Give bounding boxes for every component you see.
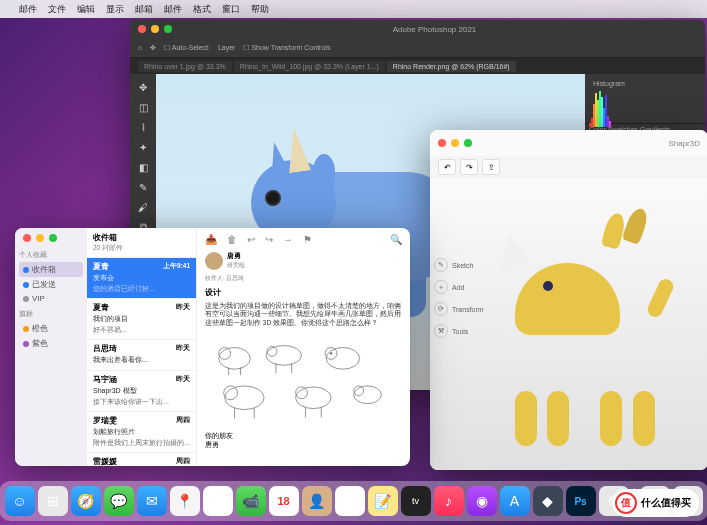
home-icon[interactable]: ⌂ xyxy=(138,44,142,51)
mail-list-item[interactable]: 吕思琦昨天我来出差看看你... xyxy=(87,340,196,371)
minimize-button[interactable] xyxy=(36,234,44,242)
add-tool[interactable]: +Add xyxy=(434,280,484,294)
export-button[interactable]: ⇪ xyxy=(482,159,500,175)
svg-point-10 xyxy=(330,353,332,355)
mail-list-item[interactable]: 夏青昨天我们的项目好不容易... xyxy=(87,299,196,340)
eyedropper-tool-icon[interactable]: ✎ xyxy=(134,178,152,196)
move-tool-icon[interactable]: ✥ xyxy=(150,44,156,52)
wand-tool-icon[interactable]: ✦ xyxy=(134,138,152,156)
sketch-tool[interactable]: ✎Sketch xyxy=(434,258,484,272)
watermark-text: 什么值得买 xyxy=(641,496,691,510)
menu-item[interactable]: 文件 xyxy=(48,3,66,16)
mail-window: 个人收藏 收件箱已发送VIP旗标橙色紫色 收件箱20 封邮件 夏青上午9:41发… xyxy=(15,228,410,466)
undo-button[interactable]: ↶ xyxy=(438,159,456,175)
dock-safari-icon[interactable]: 🧭 xyxy=(71,486,101,516)
archive-icon[interactable]: 📥 xyxy=(205,234,217,245)
menu-item[interactable]: 帮助 xyxy=(251,3,269,16)
layer-dropdown[interactable]: Layer xyxy=(218,44,236,51)
inbox-header: 收件箱20 封邮件 xyxy=(87,228,196,258)
dock-finder-icon[interactable]: ☺ xyxy=(5,486,35,516)
dock-photoshop-icon[interactable]: Ps xyxy=(566,486,596,516)
dock-shapr3d-icon[interactable]: ◆ xyxy=(533,486,563,516)
menu-item[interactable]: 邮箱 xyxy=(135,3,153,16)
dock-calendar-icon[interactable]: 18 xyxy=(269,486,299,516)
dock-music-icon[interactable]: ♪ xyxy=(434,486,464,516)
dock-reminders-icon[interactable]: ☰ xyxy=(335,486,365,516)
mail-list-item[interactable]: 罗瑞雯周四划船旅行照片附件是我们上周末旅行拍摄的... xyxy=(87,412,196,453)
close-button[interactable] xyxy=(138,25,146,33)
shapr3d-model xyxy=(485,193,685,470)
sidebar-item[interactable]: 橙色 xyxy=(19,321,83,336)
minimize-button[interactable] xyxy=(451,139,459,147)
brush-tool-icon[interactable]: 🖌 xyxy=(134,198,152,216)
dock-tv-icon[interactable]: tv xyxy=(401,486,431,516)
redo-button[interactable]: ↷ xyxy=(460,159,478,175)
menu-item[interactable]: 编辑 xyxy=(77,3,95,16)
mail-body: 这是为我们的项目做的设计稿草图，做得不太清楚的地方，咱俩有空可以当面沟通一些细节… xyxy=(205,302,402,327)
svg-point-4 xyxy=(266,346,301,366)
maximize-button[interactable] xyxy=(464,139,472,147)
sidebar-item[interactable]: 紫色 xyxy=(19,336,83,351)
close-button[interactable] xyxy=(23,234,31,242)
mail-signer: 唐勇 xyxy=(205,441,402,450)
close-button[interactable] xyxy=(438,139,446,147)
menu-item[interactable]: 格式 xyxy=(193,3,211,16)
dock-appstore-icon[interactable]: A xyxy=(500,486,530,516)
dock-contacts-icon[interactable]: 👤 xyxy=(302,486,332,516)
move-tool-icon[interactable]: ✥ xyxy=(134,78,152,96)
sender-avatar xyxy=(205,252,223,270)
crop-tool-icon[interactable]: ◧ xyxy=(134,158,152,176)
sidebar-item[interactable]: 收件箱 xyxy=(19,262,83,277)
mail-list-item[interactable]: 马宇涵昨天Shapr3D 模型接下来该给你讲一下出... xyxy=(87,371,196,412)
svg-point-8 xyxy=(326,348,359,370)
mail-subject: 设计 xyxy=(205,287,402,298)
document-tab[interactable]: Rhino over 1.jpg @ 33.3% xyxy=(138,61,232,72)
svg-point-0 xyxy=(219,348,251,370)
transform-tool[interactable]: ⟳Transform xyxy=(434,302,484,316)
shapr3d-titlebar[interactable]: Shapr3D xyxy=(430,130,707,156)
dock-maps-icon[interactable]: 📍 xyxy=(170,486,200,516)
dock-facetime-icon[interactable]: 📹 xyxy=(236,486,266,516)
watermark-icon: 值 xyxy=(615,492,637,514)
flag-icon[interactable]: ⚑ xyxy=(303,234,312,245)
mail-to: 收件人: 吕思琦 xyxy=(205,274,402,283)
watermark: 值 什么值得买 xyxy=(612,489,699,517)
mail-list-item[interactable]: 雷媛媛周四求租我在网上看见你的出租广告了... xyxy=(87,453,196,466)
sidebar-item[interactable]: VIP xyxy=(19,292,83,305)
sidebar-section: 个人收藏 xyxy=(19,250,83,260)
shapr3d-canvas[interactable]: ✎Sketch +Add ⟳Transform ⚒Tools xyxy=(430,178,707,470)
dock-mail-icon[interactable]: ✉ xyxy=(137,486,167,516)
dock-podcasts-icon[interactable]: ◉ xyxy=(467,486,497,516)
document-tab-active[interactable]: Rhino Render.png @ 62% (RGB/16#) xyxy=(387,61,516,72)
maximize-button[interactable] xyxy=(49,234,57,242)
dock-launchpad-icon[interactable]: ⊞ xyxy=(38,486,68,516)
dock-photos-icon[interactable]: ✿ xyxy=(203,486,233,516)
marquee-tool-icon[interactable]: ◫ xyxy=(134,98,152,116)
trash-icon[interactable]: 🗑 xyxy=(227,234,237,245)
histogram-panel[interactable]: Histogram xyxy=(585,74,705,124)
svg-point-11 xyxy=(225,386,264,410)
sidebar-item[interactable]: 已发送 xyxy=(19,277,83,292)
search-icon[interactable]: 🔍 xyxy=(390,234,402,245)
menu-item[interactable]: 邮件 xyxy=(19,3,37,16)
reply-all-icon[interactable]: ↪ xyxy=(265,234,273,245)
maximize-button[interactable] xyxy=(164,25,172,33)
mail-list-item[interactable]: 夏青上午9:41发布会您的酒店已经订好... xyxy=(87,258,196,299)
tools-tool[interactable]: ⚒Tools xyxy=(434,324,484,338)
minimize-button[interactable] xyxy=(151,25,159,33)
dock-notes-icon[interactable]: 📝 xyxy=(368,486,398,516)
document-tabs: Rhino over 1.jpg @ 33.3% Rhino_In_Wild_1… xyxy=(130,58,705,74)
dock-messages-icon[interactable]: 💬 xyxy=(104,486,134,516)
shapr3d-title: Shapr3D xyxy=(472,139,700,148)
document-tab[interactable]: Rhino_In_Wild_100.jpg @ 33.3% (Layer 1..… xyxy=(234,61,385,72)
menu-item[interactable]: 邮件 xyxy=(164,3,182,16)
photoshop-titlebar[interactable]: Adobe Photoshop 2021 xyxy=(130,20,705,38)
shapr3d-window: Shapr3D ↶ ↷ ⇪ ✎Sketch +Add ⟳Transform ⚒T… xyxy=(430,130,707,470)
menu-item[interactable]: 显示 xyxy=(106,3,124,16)
forward-icon[interactable]: → xyxy=(283,234,293,245)
svg-point-12 xyxy=(224,386,238,400)
reply-icon[interactable]: ↩ xyxy=(247,234,255,245)
lasso-tool-icon[interactable]: ⌇ xyxy=(134,118,152,136)
menu-item[interactable]: 窗口 xyxy=(222,3,240,16)
shapr3d-side-tools: ✎Sketch +Add ⟳Transform ⚒Tools xyxy=(434,258,484,338)
